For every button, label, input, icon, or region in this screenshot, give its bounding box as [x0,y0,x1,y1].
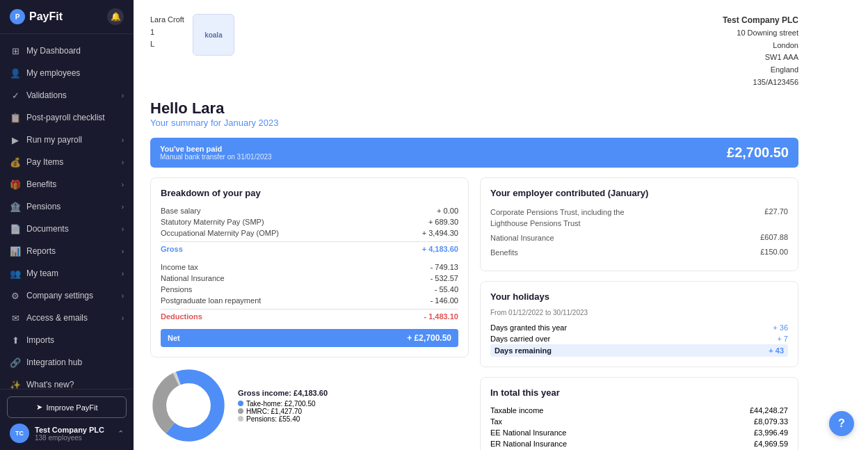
improve-payfit-button[interactable]: ➤ Improve PayFit [7,396,127,418]
total-year-title: In total this year [490,387,788,398]
chevron-icon-validations: › [122,92,124,99]
breakdown-row: Base salary+ 0.00 [161,205,458,216]
nav-item-left-access-emails: ✉ Access & emails [10,312,88,323]
nav-icon-reports: 📊 [10,246,21,257]
main-content: Lara Croft 1 L koala Test Company PLC 10… [134,0,868,450]
sidebar-item-pay-items[interactable]: 💰 Pay Items › [0,151,134,173]
net-label: Net [168,334,180,342]
chart-title: Gross income: £4,183.60 [238,389,328,397]
sidebar: P PayFit 🔔 ⊞ My Dashboard 👤 My employees… [0,0,134,450]
greeting-subtitle: Your summary for January 2023 [150,118,798,128]
notification-bell[interactable]: 🔔 [107,8,124,25]
greeting-title: Hello Lara [150,99,798,118]
app-name: PayFit [29,10,63,23]
sidebar-item-whats-new[interactable]: ✨ What's new? [0,373,134,389]
sidebar-item-dashboard[interactable]: ⊞ My Dashboard [0,40,134,62]
holiday-row: Days granted this year+ 36 [490,322,788,333]
chevron-icon-my-team: › [122,270,124,278]
improve-icon: ➤ [36,403,42,412]
breakdown-row: Statutory Maternity Pay (SMP)+ 689.30 [161,216,458,227]
nav-item-left-imports: ⬆ Imports [10,335,54,346]
total-year-row: Tax£8,079.33 [490,416,788,427]
paid-title: You've been paid [160,145,272,153]
sidebar-item-pensions[interactable]: 🏦 Pensions › [0,195,134,218]
nav-icon-employees: 👤 [10,67,21,79]
company-address2: London [723,40,798,52]
nav-icon-run-payroll: ▶ [10,134,21,145]
sidebar-item-post-payroll[interactable]: 📋 Post-payroll checklist [0,106,134,129]
nav-item-left-my-team: 👥 My team [10,268,58,279]
nav-icon-imports: ⬆ [10,335,21,346]
nav-item-left-run-payroll: ▶ Run my payroll [10,134,82,145]
gross-value: + 4,183.60 [422,245,458,253]
contrib-row: Benefits£150.00 [490,246,788,260]
nav-label-validations: Validations [26,90,67,100]
sidebar-item-reports[interactable]: 📊 Reports › [0,240,134,262]
company-switcher[interactable]: TC Test Company PLC 138 employees ⌃ [7,418,127,443]
holidays-card: Your holidays From 01/12/2022 to 30/11/2… [480,281,798,367]
nav-label-benefits: Benefits [26,179,56,189]
sidebar-footer: ➤ Improve PayFit TC Test Company PLC 138… [0,389,134,450]
total-year-row: Taxable income£44,248.27 [490,405,788,416]
sidebar-item-company-settings[interactable]: ⚙ Company settings › [0,284,134,307]
chart-legend-item: Pensions: £55.40 [238,415,328,423]
company-info: Test Company PLC 138 employees [35,426,112,442]
sidebar-item-access-emails[interactable]: ✉ Access & emails › [0,307,134,329]
net-bar: Net + £2,700.50 [161,329,458,347]
nav-item-left-documents: 📄 Documents [10,223,69,234]
chevron-icon-pensions: › [122,203,124,211]
sidebar-item-imports[interactable]: ⬆ Imports [0,329,134,351]
nav-label-post-payroll: Post-payroll checklist [26,113,105,122]
nav-item-left-pensions: 🏦 Pensions [10,201,61,212]
nav-item-left-pay-items: 💰 Pay Items [10,156,63,168]
nav-item-left-integration-hub: 🔗 Integration hub [10,357,82,368]
sidebar-item-documents[interactable]: 📄 Documents › [0,218,134,240]
company-header-info: Test Company PLC 10 Downing street Londo… [723,14,798,88]
sidebar-item-employees[interactable]: 👤 My employees [0,62,134,84]
nav-icon-pay-items: 💰 [10,156,21,168]
main-grid: Breakdown of your pay Base salary+ 0.00S… [150,177,798,450]
total-year-row: ER National Insurance£4,969.59 [490,438,788,449]
sidebar-nav: ⊞ My Dashboard 👤 My employees ✓ Validati… [0,34,134,389]
nav-item-left-employees: 👤 My employees [10,67,80,79]
sidebar-item-run-payroll[interactable]: ▶ Run my payroll › [0,129,134,151]
greeting-section: Hello Lara Your summary for January 2023 [150,99,798,128]
nav-item-left-validations: ✓ Validations [10,90,67,101]
net-amount: + £2,700.50 [407,333,451,343]
chart-area: Gross income: £4,183.60 Take-home: £2,70… [150,367,469,444]
nav-item-left-reports: 📊 Reports [10,246,56,257]
paid-subtitle: Manual bank transfer on 31/01/2023 [160,153,272,161]
app-logo: P PayFit [10,9,63,24]
holidays-title: Your holidays [490,291,788,302]
chart-legend: Gross income: £4,183.60 Take-home: £2,70… [238,389,328,423]
holiday-row: Days carried over+ 7 [490,333,788,344]
svg-point-3 [167,384,210,427]
nav-label-dashboard: My Dashboard [26,46,81,56]
nav-label-access-emails: Access & emails [26,313,88,323]
chevron-icon-company-settings: › [122,292,124,300]
paid-badge: You've been paid Manual bank transfer on… [150,138,798,168]
nav-icon-whats-new: ✨ [10,379,21,389]
holiday-row: Days remaining+ 43 [490,344,788,357]
paid-info: You've been paid Manual bank transfer on… [160,145,272,161]
nav-label-pay-items: Pay Items [26,157,63,167]
employee-info: Lara Croft 1 L [150,14,184,51]
contrib-row: National Insurance£607.88 [490,231,788,246]
nav-icon-documents: 📄 [10,223,21,234]
company-address4: England [723,64,798,77]
sidebar-item-benefits[interactable]: 🎁 Benefits › [0,173,134,195]
legend-dot [238,401,243,406]
sidebar-item-validations[interactable]: ✓ Validations › [0,84,134,106]
sidebar-item-my-team[interactable]: 👥 My team › [0,262,134,284]
chart-legend-item: HMRC: £1,427.70 [238,408,328,415]
company-address3: SW1 AAA [723,51,798,64]
sidebar-item-integration-hub[interactable]: 🔗 Integration hub [0,351,134,373]
nav-label-employees: My employees [26,68,80,78]
nav-item-left-whats-new: ✨ What's new? [10,379,74,389]
chart-legend-item: Take-home: £2,700.50 [238,400,328,408]
logo-icon: P [10,9,25,24]
employee-line3: L [150,38,184,51]
nav-label-integration-hub: Integration hub [26,357,82,367]
breakdown-title: Breakdown of your pay [161,188,458,198]
help-button[interactable]: ? [829,411,854,436]
